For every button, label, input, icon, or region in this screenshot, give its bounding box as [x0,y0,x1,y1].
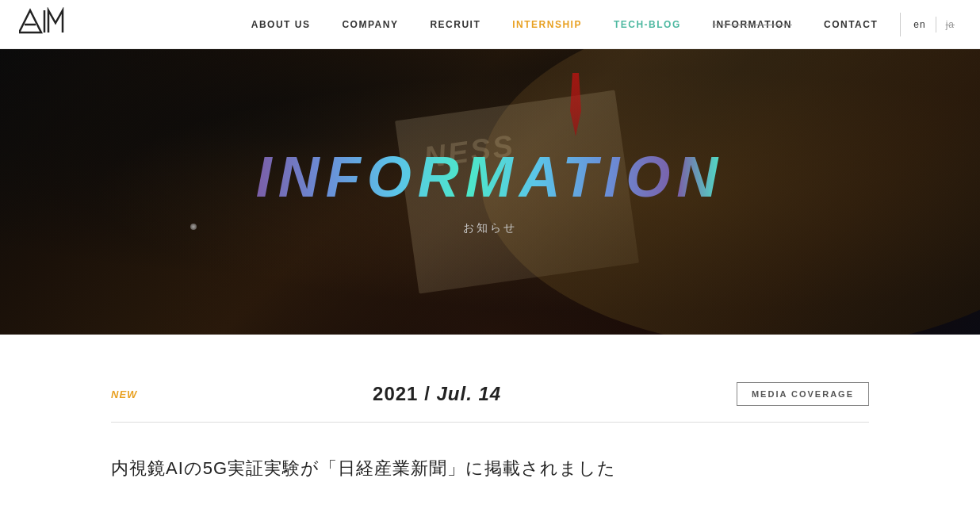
nav-contact[interactable]: CONTACT [808,19,894,30]
content-section: NEW 2021 / Jul. 14 MEDIA COVERAGE 内視鏡AIの… [0,335,980,505]
nav-internship[interactable]: INTERNSHIP [496,19,598,30]
hero-dot-decoration [190,224,197,230]
nav-recruit[interactable]: RECRUIT [414,19,496,30]
nav-information[interactable]: INFORMATION [697,19,808,30]
hero-subtitle: お知らせ [256,221,725,235]
article-date: 2021 / Jul. 14 [373,383,501,405]
logo-svg [19,7,67,36]
hero-content: INFORMATION お知らせ [256,148,725,235]
site-logo[interactable] [19,7,67,41]
lang-divider-inner [936,17,936,33]
nav-about-us[interactable]: ABOUT US [235,19,327,30]
lang-en[interactable]: en [907,19,932,30]
hero-title: INFORMATION [256,148,725,205]
logo-text [19,7,67,41]
site-header: ABOUT US COMPANY RECRUIT INTERNSHIP TECH… [0,0,980,49]
nav-tech-blog[interactable]: TECH-BLOG [598,19,697,30]
article-date-italic: Jul. 14 [436,383,501,404]
lang-ja[interactable]: ja [940,19,961,30]
hero-section: NESS INFORMATION お知らせ [0,49,980,335]
svg-marker-0 [19,10,41,33]
article-tag[interactable]: MEDIA COVERAGE [737,382,869,406]
article-header: NEW 2021 / Jul. 14 MEDIA COVERAGE [111,382,869,406]
nav-company[interactable]: COMPANY [326,19,414,30]
article-badge: NEW [111,388,137,400]
article-divider [111,422,869,423]
main-nav: ABOUT US COMPANY RECRUIT INTERNSHIP TECH… [235,19,894,30]
article-title: 内視鏡AIの5G実証実験が「日経産業新聞」に掲載されました [111,454,869,482]
article-date-main: 2021 / [373,383,436,404]
nav-lang-divider [900,13,901,36]
